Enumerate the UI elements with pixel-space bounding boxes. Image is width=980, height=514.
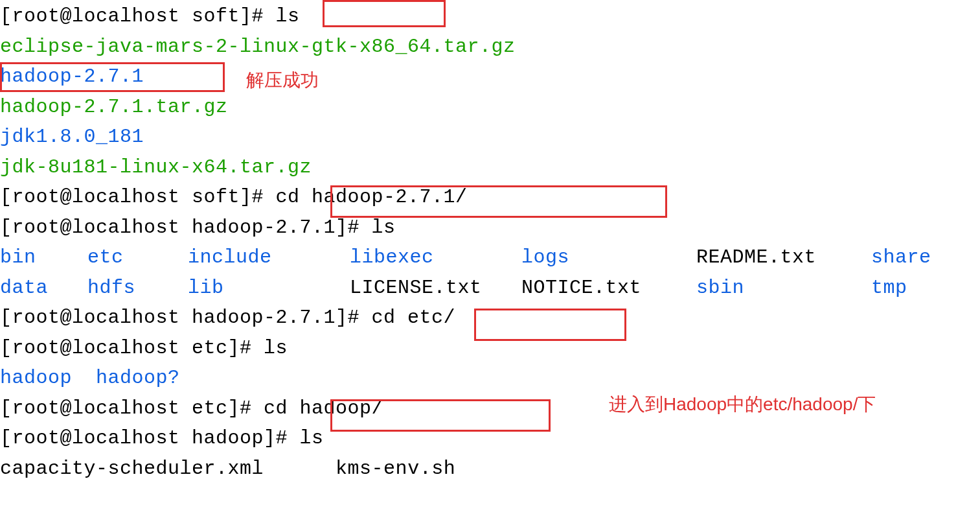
- directory-name: hadoop?: [96, 367, 180, 389]
- annotation-text: 解压成功: [246, 66, 319, 94]
- annotation-text: 进入到Hadoop中的etc/hadoop/下: [609, 390, 876, 418]
- terminal-line: jdk1.8.0_181: [0, 122, 980, 152]
- terminal-line: binetcincludelibexeclogsREADME.txtshare: [0, 242, 980, 273]
- command-text: ls: [264, 337, 288, 359]
- directory-name: include: [188, 242, 350, 273]
- terminal-line: hadoop-2.7.1.tar.gz: [0, 92, 980, 123]
- directory-name: libexec: [350, 242, 521, 273]
- prompt-text: [root@localhost hadoop-2.7.1]#: [0, 216, 372, 239]
- directory-name: jdk1.8.0_181: [0, 126, 144, 148]
- file-name: NOTICE.txt: [521, 273, 696, 303]
- file-archive: hadoop-2.7.1.tar.gz: [0, 96, 228, 118]
- file-archive: eclipse-java-mars-2-linux-gtk-x86_64.tar…: [0, 36, 516, 58]
- terminal-line: [root@localhost hadoop-2.7.1]# cd etc/: [0, 303, 980, 333]
- directory-name: share: [871, 242, 931, 273]
- prompt-text: [root@localhost hadoop]#: [0, 427, 300, 449]
- terminal-line: [root@localhost soft]# cd hadoop-2.7.1/: [0, 182, 980, 213]
- command-text: cd hadoop/: [264, 397, 383, 419]
- directory-name: bin: [0, 242, 87, 273]
- terminal-line: [root@localhost soft]# ls: [0, 1, 980, 32]
- directory-name: lib: [188, 273, 350, 303]
- directory-name: hadoop-2.7.1: [0, 65, 144, 88]
- terminal-line: [root@localhost etc]# ls: [0, 333, 980, 364]
- prompt-text: [root@localhost soft]#: [0, 5, 276, 27]
- terminal-line: [root@localhost hadoop]# ls: [0, 423, 980, 454]
- terminal-line: datahdfslibLICENSE.txtNOTICE.txtsbintmp: [0, 273, 980, 303]
- directory-name: hdfs: [87, 273, 188, 303]
- terminal-line: hadoop-2.7.1: [0, 62, 980, 92]
- prompt-text: [root@localhost hadoop-2.7.1]#: [0, 307, 372, 329]
- file-name: LICENSE.txt: [350, 273, 521, 303]
- terminal-line: [root@localhost hadoop-2.7.1]# ls: [0, 213, 980, 243]
- terminal-line: eclipse-java-mars-2-linux-gtk-x86_64.tar…: [0, 32, 980, 62]
- prompt-text: [root@localhost etc]#: [0, 337, 264, 359]
- directory-name: etc: [87, 242, 188, 273]
- file-name: kms-env.sh: [336, 458, 455, 480]
- prompt-text: [root@localhost etc]#: [0, 397, 264, 419]
- command-text: ls: [300, 427, 324, 449]
- terminal-line: hadoop hadoop?: [0, 363, 980, 393]
- file-name: README.txt: [696, 242, 871, 273]
- terminal-line: capacity-scheduler.xml kms-env.sh: [0, 454, 980, 484]
- directory-name: tmp: [871, 273, 907, 303]
- directory-name: sbin: [696, 273, 871, 303]
- terminal-output: [root@localhost soft]# ls eclipse-java-m…: [0, 1, 980, 484]
- directory-name: logs: [521, 242, 696, 273]
- command-text: ls: [276, 5, 300, 27]
- prompt-text: [root@localhost soft]#: [0, 186, 276, 208]
- file-name: capacity-scheduler.xml: [0, 458, 264, 480]
- terminal-line: jdk-8u181-linux-x64.tar.gz: [0, 152, 980, 183]
- file-archive: jdk-8u181-linux-x64.tar.gz: [0, 156, 312, 178]
- command-text: cd etc/: [372, 307, 456, 329]
- command-text: ls: [372, 216, 396, 239]
- directory-name: hadoop: [0, 367, 72, 389]
- command-text: cd hadoop-2.7.1/: [276, 186, 468, 208]
- directory-name: data: [0, 273, 87, 303]
